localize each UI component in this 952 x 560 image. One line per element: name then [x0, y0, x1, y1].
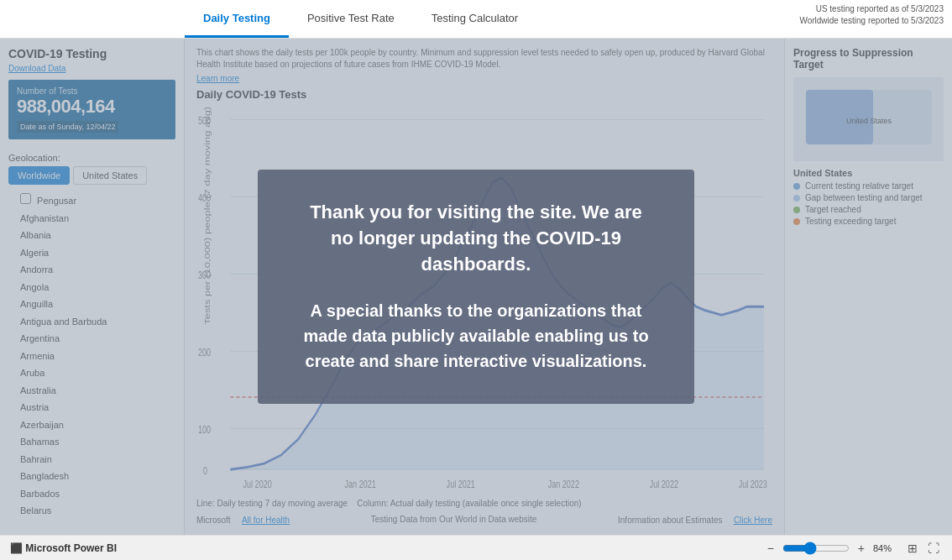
fullscreen-button[interactable]: ⛶: [925, 542, 942, 555]
top-bar: Daily Testing Positive Test Rate Testing…: [0, 0, 952, 39]
zoom-controls: − + 84% ⊞ ⛶: [764, 542, 942, 555]
zoom-slider[interactable]: [782, 542, 850, 555]
tab-testing-calculator[interactable]: Testing Calculator: [413, 0, 536, 38]
zoom-in-button[interactable]: +: [855, 542, 868, 555]
fit-page-button[interactable]: ⊞: [905, 542, 920, 555]
tab-daily-testing[interactable]: Daily Testing: [185, 0, 289, 38]
zoom-out-button[interactable]: −: [764, 542, 777, 555]
modal-heading: Thank you for visiting the site. We are …: [298, 200, 654, 277]
modal-overlay: Thank you for visiting the site. We are …: [0, 39, 952, 535]
main-area: COVID-19 Testing Download Data Number of…: [0, 39, 952, 535]
tab-container: Daily Testing Positive Test Rate Testing…: [0, 0, 536, 38]
tab-positive-test-rate[interactable]: Positive Test Rate: [289, 0, 413, 38]
powerbi-logo[interactable]: ⬛ Microsoft Power BI: [10, 542, 117, 554]
modal-content: Thank you for visiting the site. We are …: [258, 170, 694, 403]
zoom-percent: 84%: [873, 543, 900, 553]
footer-bar: ⬛ Microsoft Power BI − + 84% ⊞ ⛶: [0, 535, 952, 560]
modal-body: A special thanks to the organizations th…: [298, 298, 654, 374]
us-info: US testing reported as of 5/3/2023 World…: [799, 3, 944, 27]
